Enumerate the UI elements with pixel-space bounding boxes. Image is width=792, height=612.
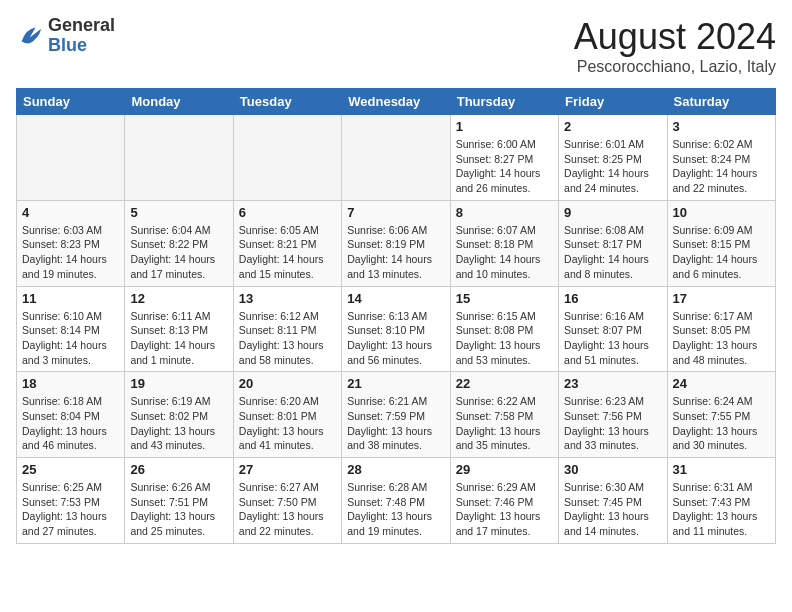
calendar-cell: 31Sunrise: 6:31 AMSunset: 7:43 PMDayligh… [667,458,775,544]
day-number: 16 [564,291,661,306]
day-number: 27 [239,462,336,477]
calendar-cell: 14Sunrise: 6:13 AMSunset: 8:10 PMDayligh… [342,286,450,372]
day-number: 14 [347,291,444,306]
day-number: 31 [673,462,770,477]
calendar-cell: 21Sunrise: 6:21 AMSunset: 7:59 PMDayligh… [342,372,450,458]
day-info: Sunrise: 6:04 AMSunset: 8:22 PMDaylight:… [130,223,227,282]
day-info: Sunrise: 6:07 AMSunset: 8:18 PMDaylight:… [456,223,553,282]
day-number: 11 [22,291,119,306]
calendar-cell: 2Sunrise: 6:01 AMSunset: 8:25 PMDaylight… [559,115,667,201]
calendar-cell [125,115,233,201]
col-header-monday: Monday [125,89,233,115]
calendar-cell: 20Sunrise: 6:20 AMSunset: 8:01 PMDayligh… [233,372,341,458]
calendar-cell: 15Sunrise: 6:15 AMSunset: 8:08 PMDayligh… [450,286,558,372]
day-info: Sunrise: 6:18 AMSunset: 8:04 PMDaylight:… [22,394,119,453]
col-header-thursday: Thursday [450,89,558,115]
day-number: 3 [673,119,770,134]
logo-blue-text: Blue [48,35,87,55]
day-info: Sunrise: 6:10 AMSunset: 8:14 PMDaylight:… [22,309,119,368]
day-info: Sunrise: 6:23 AMSunset: 7:56 PMDaylight:… [564,394,661,453]
logo-general-text: General [48,15,115,35]
col-header-sunday: Sunday [17,89,125,115]
day-info: Sunrise: 6:06 AMSunset: 8:19 PMDaylight:… [347,223,444,282]
calendar-cell: 28Sunrise: 6:28 AMSunset: 7:48 PMDayligh… [342,458,450,544]
calendar-cell: 17Sunrise: 6:17 AMSunset: 8:05 PMDayligh… [667,286,775,372]
day-number: 28 [347,462,444,477]
day-number: 17 [673,291,770,306]
calendar-cell: 24Sunrise: 6:24 AMSunset: 7:55 PMDayligh… [667,372,775,458]
day-number: 5 [130,205,227,220]
week-row-2: 4Sunrise: 6:03 AMSunset: 8:23 PMDaylight… [17,200,776,286]
day-number: 12 [130,291,227,306]
day-info: Sunrise: 6:01 AMSunset: 8:25 PMDaylight:… [564,137,661,196]
day-number: 8 [456,205,553,220]
calendar-cell: 16Sunrise: 6:16 AMSunset: 8:07 PMDayligh… [559,286,667,372]
day-info: Sunrise: 6:19 AMSunset: 8:02 PMDaylight:… [130,394,227,453]
day-info: Sunrise: 6:24 AMSunset: 7:55 PMDaylight:… [673,394,770,453]
calendar-cell: 6Sunrise: 6:05 AMSunset: 8:21 PMDaylight… [233,200,341,286]
day-number: 15 [456,291,553,306]
day-number: 22 [456,376,553,391]
calendar-cell: 3Sunrise: 6:02 AMSunset: 8:24 PMDaylight… [667,115,775,201]
calendar-cell: 22Sunrise: 6:22 AMSunset: 7:58 PMDayligh… [450,372,558,458]
day-info: Sunrise: 6:15 AMSunset: 8:08 PMDaylight:… [456,309,553,368]
day-info: Sunrise: 6:02 AMSunset: 8:24 PMDaylight:… [673,137,770,196]
day-number: 25 [22,462,119,477]
day-info: Sunrise: 6:17 AMSunset: 8:05 PMDaylight:… [673,309,770,368]
day-info: Sunrise: 6:27 AMSunset: 7:50 PMDaylight:… [239,480,336,539]
calendar-cell: 12Sunrise: 6:11 AMSunset: 8:13 PMDayligh… [125,286,233,372]
calendar-cell: 11Sunrise: 6:10 AMSunset: 8:14 PMDayligh… [17,286,125,372]
day-number: 13 [239,291,336,306]
day-number: 30 [564,462,661,477]
day-info: Sunrise: 6:03 AMSunset: 8:23 PMDaylight:… [22,223,119,282]
day-info: Sunrise: 6:16 AMSunset: 8:07 PMDaylight:… [564,309,661,368]
calendar-cell: 27Sunrise: 6:27 AMSunset: 7:50 PMDayligh… [233,458,341,544]
day-number: 20 [239,376,336,391]
week-row-3: 11Sunrise: 6:10 AMSunset: 8:14 PMDayligh… [17,286,776,372]
calendar-cell: 8Sunrise: 6:07 AMSunset: 8:18 PMDaylight… [450,200,558,286]
day-number: 1 [456,119,553,134]
day-info: Sunrise: 6:21 AMSunset: 7:59 PMDaylight:… [347,394,444,453]
col-header-friday: Friday [559,89,667,115]
calendar-cell: 29Sunrise: 6:29 AMSunset: 7:46 PMDayligh… [450,458,558,544]
day-number: 10 [673,205,770,220]
day-info: Sunrise: 6:31 AMSunset: 7:43 PMDaylight:… [673,480,770,539]
calendar-cell [17,115,125,201]
calendar-cell [342,115,450,201]
col-header-saturday: Saturday [667,89,775,115]
week-row-4: 18Sunrise: 6:18 AMSunset: 8:04 PMDayligh… [17,372,776,458]
day-number: 29 [456,462,553,477]
calendar-cell: 7Sunrise: 6:06 AMSunset: 8:19 PMDaylight… [342,200,450,286]
calendar-cell: 4Sunrise: 6:03 AMSunset: 8:23 PMDaylight… [17,200,125,286]
day-info: Sunrise: 6:25 AMSunset: 7:53 PMDaylight:… [22,480,119,539]
calendar-cell: 23Sunrise: 6:23 AMSunset: 7:56 PMDayligh… [559,372,667,458]
calendar-cell: 1Sunrise: 6:00 AMSunset: 8:27 PMDaylight… [450,115,558,201]
calendar-cell: 25Sunrise: 6:25 AMSunset: 7:53 PMDayligh… [17,458,125,544]
day-info: Sunrise: 6:00 AMSunset: 8:27 PMDaylight:… [456,137,553,196]
calendar-table: SundayMondayTuesdayWednesdayThursdayFrid… [16,88,776,544]
location-title: Pescorocchiano, Lazio, Italy [574,58,776,76]
day-info: Sunrise: 6:09 AMSunset: 8:15 PMDaylight:… [673,223,770,282]
month-title: August 2024 [574,16,776,58]
day-info: Sunrise: 6:26 AMSunset: 7:51 PMDaylight:… [130,480,227,539]
day-info: Sunrise: 6:20 AMSunset: 8:01 PMDaylight:… [239,394,336,453]
page-header: General Blue August 2024 Pescorocchiano,… [16,16,776,76]
logo-bird-icon [16,22,44,50]
day-info: Sunrise: 6:12 AMSunset: 8:11 PMDaylight:… [239,309,336,368]
day-number: 24 [673,376,770,391]
calendar-cell: 19Sunrise: 6:19 AMSunset: 8:02 PMDayligh… [125,372,233,458]
day-number: 2 [564,119,661,134]
title-block: August 2024 Pescorocchiano, Lazio, Italy [574,16,776,76]
day-info: Sunrise: 6:11 AMSunset: 8:13 PMDaylight:… [130,309,227,368]
day-info: Sunrise: 6:29 AMSunset: 7:46 PMDaylight:… [456,480,553,539]
day-info: Sunrise: 6:22 AMSunset: 7:58 PMDaylight:… [456,394,553,453]
week-row-1: 1Sunrise: 6:00 AMSunset: 8:27 PMDaylight… [17,115,776,201]
calendar-cell [233,115,341,201]
week-row-5: 25Sunrise: 6:25 AMSunset: 7:53 PMDayligh… [17,458,776,544]
day-info: Sunrise: 6:05 AMSunset: 8:21 PMDaylight:… [239,223,336,282]
day-number: 23 [564,376,661,391]
calendar-cell: 10Sunrise: 6:09 AMSunset: 8:15 PMDayligh… [667,200,775,286]
day-info: Sunrise: 6:28 AMSunset: 7:48 PMDaylight:… [347,480,444,539]
day-info: Sunrise: 6:08 AMSunset: 8:17 PMDaylight:… [564,223,661,282]
day-number: 18 [22,376,119,391]
